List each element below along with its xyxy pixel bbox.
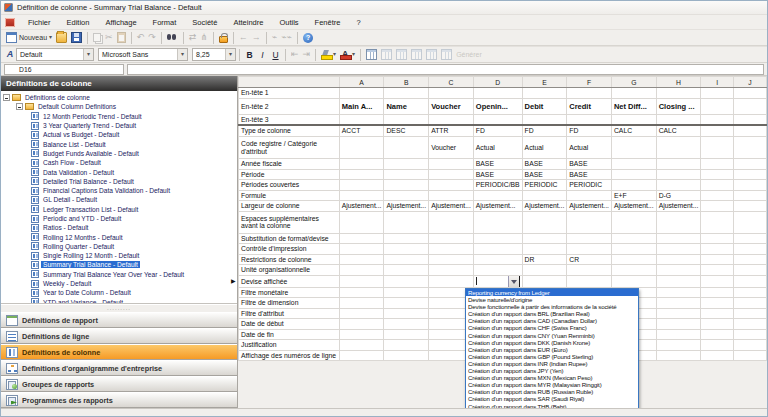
grid-cell-I4[interactable] — [701, 125, 734, 137]
grid-cell-I1[interactable] — [701, 88, 734, 99]
grid-cell-B7[interactable] — [384, 169, 429, 180]
grid-cell-H23[interactable] — [656, 350, 701, 361]
column-header-F[interactable]: F — [567, 77, 612, 88]
grid-cell-I6[interactable] — [701, 159, 734, 170]
grid-cell-A6[interactable] — [339, 159, 384, 170]
underline-button[interactable]: U — [269, 48, 282, 61]
grid-cell-J20[interactable] — [734, 319, 767, 330]
preview-button[interactable] — [424, 48, 439, 61]
grid-cell-F13[interactable] — [567, 244, 612, 255]
grid-cell-B2[interactable]: Name — [384, 98, 429, 114]
grid-cell-J8[interactable] — [734, 180, 767, 191]
tree-item[interactable]: Data Validation - Default — [1, 167, 237, 176]
combobox-dropdown-button[interactable] — [508, 276, 519, 287]
grid-cell-D11[interactable] — [473, 211, 522, 233]
font-color-button[interactable]: A▾ — [338, 49, 357, 61]
grid-cell-F10[interactable]: Ajustement... — [567, 201, 612, 212]
grid-cell-F4[interactable]: FD — [567, 125, 612, 137]
grid-cell-F15[interactable] — [567, 265, 612, 276]
grid-cell-I14[interactable] — [701, 254, 734, 265]
grid-cell-A8[interactable] — [339, 180, 384, 191]
insert-row-button[interactable] — [379, 48, 394, 61]
grid-cell-E11[interactable] — [522, 211, 567, 233]
grid-cell-I21[interactable] — [701, 329, 734, 340]
grid-cell-C8[interactable] — [429, 180, 474, 191]
grid-cell-D14[interactable] — [473, 254, 522, 265]
grid-cell-E7[interactable]: BASE — [522, 169, 567, 180]
tree-item[interactable]: 12 Month Periodic Trend - Default — [1, 112, 237, 121]
grid-cell-B8[interactable] — [384, 180, 429, 191]
tree-item[interactable]: Actual vs Budget - Default — [1, 130, 237, 139]
grid-cell-F5[interactable]: Actual — [567, 137, 612, 159]
grid-cell-B14[interactable] — [384, 254, 429, 265]
grid-cell-A22[interactable] — [339, 340, 384, 351]
grid-cell-A2[interactable]: Main A... — [339, 98, 384, 114]
new-dropdown-arrow-icon[interactable]: ▾ — [49, 33, 52, 42]
grid-cell-H1[interactable] — [656, 88, 701, 99]
grid-cell-I12[interactable] — [701, 233, 734, 244]
grid-cell-B9[interactable] — [384, 190, 429, 201]
grid-cell-C1[interactable] — [429, 88, 474, 99]
grid-cell-B1[interactable] — [384, 88, 429, 99]
grid-cell-I20[interactable] — [701, 319, 734, 330]
grid-cell-F1[interactable] — [567, 88, 612, 99]
grid-cell-F12[interactable] — [567, 233, 612, 244]
grid-cell-E14[interactable]: DR — [522, 254, 567, 265]
save-button[interactable] — [69, 31, 84, 44]
grid-cell-J15[interactable] — [734, 265, 767, 276]
font-size-arrow-icon[interactable]: ▾ — [225, 49, 235, 60]
tree-item[interactable]: Budget Funds Available - Default — [1, 149, 237, 158]
grid-cell-D10[interactable]: Ajustement... — [473, 201, 522, 212]
style-combobox[interactable]: Default ▾ — [16, 48, 94, 61]
currency-dropdown-item[interactable]: Création d'un rapport dans BRL (Brazilia… — [466, 310, 638, 317]
grid-cell-A23[interactable] — [339, 350, 384, 361]
grid-cell-J13[interactable] — [734, 244, 767, 255]
tree-item[interactable]: 3 Year Quarterly Trend - Default — [1, 121, 237, 130]
grid-cell-E2[interactable]: Debit — [522, 98, 567, 114]
grid-cell-H8[interactable] — [656, 180, 701, 191]
grid-cell-G7[interactable] — [611, 169, 656, 180]
grid-cell-E12[interactable] — [522, 233, 567, 244]
column-settings-button[interactable] — [409, 48, 424, 61]
grid-cell-E1[interactable] — [522, 88, 567, 99]
grid-cell-A3[interactable] — [339, 114, 384, 125]
sidebar-nav-ligne[interactable]: Définitions de ligne — [1, 328, 237, 344]
column-header-G[interactable]: G — [611, 77, 656, 88]
grid-cell-D2[interactable]: Openin... — [473, 98, 522, 114]
grid-cell-C2[interactable]: Voucher — [429, 98, 474, 114]
grid-cell-D1[interactable] — [473, 88, 522, 99]
grid-cell-B12[interactable] — [384, 233, 429, 244]
currency-dropdown-item[interactable]: Création d'un rapport dans CHF (Swiss Fr… — [466, 324, 638, 331]
grid-cell-H21[interactable] — [656, 329, 701, 340]
grid-cell-B17[interactable] — [384, 287, 429, 298]
column-header-I[interactable]: I — [701, 77, 734, 88]
grid-cell-H16[interactable] — [656, 275, 701, 287]
grid-cell-J4[interactable] — [734, 125, 767, 137]
new-button[interactable]: Nouveau ▾ — [4, 31, 54, 44]
increase-indent-button[interactable]: ⇥ — [301, 49, 313, 60]
tree-expander-icon[interactable] — [3, 94, 10, 101]
grid-cell-G15[interactable] — [611, 265, 656, 276]
tree-item[interactable]: Detailed Trial Balance - Default — [1, 177, 237, 186]
filter-button[interactable]: ⋔ — [198, 32, 210, 43]
grid-cell-J2[interactable] — [734, 98, 767, 114]
menu-item-atteindre[interactable]: Atteindre — [225, 16, 271, 29]
grid-cell-J1[interactable] — [734, 88, 767, 99]
tree-item[interactable]: Cash Flow - Default — [1, 158, 237, 167]
font-size-combobox[interactable]: 8,25 ▾ — [192, 48, 236, 61]
sort-button[interactable]: ⇄ — [187, 32, 199, 43]
cell-reference-box[interactable]: D16 — [4, 64, 124, 75]
grid-cell-J18[interactable] — [734, 298, 767, 309]
currency-dropdown-item[interactable]: Création d'un rapport dans INR (Indian R… — [466, 360, 638, 367]
tree-item[interactable]: Single Rolling 12 Month - Default — [1, 251, 237, 260]
grid-cell-H17[interactable] — [656, 287, 701, 298]
displayed-currency-combobox[interactable] — [473, 275, 520, 287]
grid-cell-E5[interactable]: Actual — [522, 137, 567, 159]
grid-cell-B5[interactable] — [384, 137, 429, 159]
currency-dropdown-item[interactable]: Création d'un rapport dans MYR (Malaysia… — [466, 381, 638, 388]
column-header-E[interactable]: E — [522, 77, 567, 88]
menu-item-fentre[interactable]: Fenêtre — [307, 16, 349, 29]
style-combobox-arrow-icon[interactable]: ▾ — [83, 49, 93, 60]
grid-cell-C12[interactable] — [429, 233, 474, 244]
highlight-dropdown-arrow-icon[interactable]: ▾ — [333, 50, 336, 59]
